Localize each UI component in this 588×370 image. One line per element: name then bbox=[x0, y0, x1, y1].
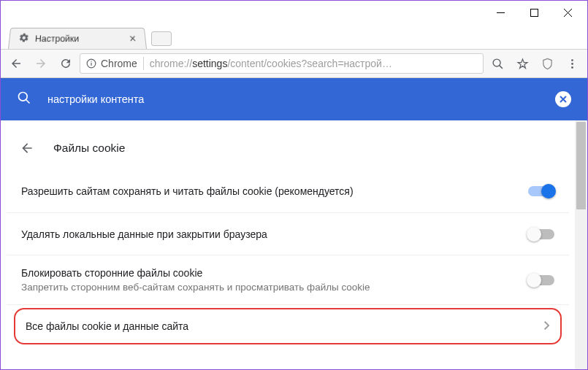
more-vert-icon bbox=[566, 58, 579, 70]
setting-label: Разрешить сайтам сохранять и читать файл… bbox=[21, 185, 528, 197]
url-text: chrome://settings/content/cookies?search… bbox=[150, 58, 392, 69]
svg-line-8 bbox=[499, 65, 502, 68]
setting-label: Блокировать сторонние файлы cookie bbox=[21, 267, 528, 279]
address-bar[interactable]: Chrome chrome://settings/content/cookies… bbox=[80, 53, 484, 74]
arrow-left-icon bbox=[9, 57, 23, 70]
site-info-button[interactable] bbox=[86, 58, 96, 69]
tab-title: Настройки bbox=[35, 34, 80, 44]
arrow-right-icon bbox=[34, 57, 47, 70]
svg-point-12 bbox=[19, 93, 28, 101]
menu-button[interactable] bbox=[561, 53, 583, 74]
window-minimize-button[interactable] bbox=[484, 1, 517, 23]
svg-point-11 bbox=[571, 66, 573, 69]
nav-reload-button[interactable] bbox=[55, 53, 77, 74]
page-title: Файлы cookie bbox=[53, 142, 125, 155]
new-tab-button[interactable] bbox=[151, 31, 172, 46]
toggle-delete-on-close[interactable] bbox=[528, 229, 554, 239]
reload-icon bbox=[59, 57, 72, 70]
clear-search-button[interactable] bbox=[555, 91, 571, 107]
search-query-text[interactable]: настройки контента bbox=[47, 93, 555, 105]
vertical-scrollbar[interactable] bbox=[575, 120, 587, 370]
toggle-block-third-party[interactable] bbox=[528, 275, 554, 285]
nav-forward-button[interactable] bbox=[30, 53, 52, 74]
arrow-left-icon bbox=[20, 141, 34, 155]
setting-delete-on-close: Удалять локальные данные при закрытии бр… bbox=[7, 212, 569, 255]
omnibox-divider bbox=[143, 57, 144, 70]
svg-point-9 bbox=[571, 59, 573, 61]
page-header: Файлы cookie bbox=[7, 120, 569, 170]
gear-icon bbox=[18, 32, 30, 45]
window-maximize-button[interactable] bbox=[517, 1, 551, 23]
setting-label: Удалять локальные данные при закрытии бр… bbox=[21, 228, 528, 240]
svg-point-7 bbox=[493, 59, 500, 66]
tab-close-button[interactable]: × bbox=[129, 32, 137, 45]
svg-line-13 bbox=[26, 100, 30, 104]
search-icon bbox=[17, 90, 31, 108]
star-icon bbox=[516, 58, 529, 70]
svg-point-10 bbox=[571, 63, 573, 65]
all-cookies-link[interactable]: Все файлы cookie и данные сайта bbox=[14, 308, 562, 344]
close-icon bbox=[564, 9, 572, 17]
back-button[interactable] bbox=[15, 136, 39, 160]
svg-rect-5 bbox=[91, 63, 91, 66]
toggle-allow-cookies[interactable] bbox=[528, 186, 554, 196]
bookmark-button[interactable] bbox=[511, 53, 533, 74]
tab-strip: Настройки × bbox=[1, 24, 587, 49]
toolbar: Chrome chrome://settings/content/cookies… bbox=[1, 49, 587, 78]
setting-block-third-party: Блокировать сторонние файлы cookie Запре… bbox=[7, 255, 569, 304]
scrollbar-thumb[interactable] bbox=[576, 122, 586, 209]
maximize-icon bbox=[530, 9, 538, 17]
minimize-icon bbox=[497, 9, 505, 17]
svg-rect-1 bbox=[530, 9, 538, 16]
secure-label: Chrome bbox=[101, 58, 137, 69]
window-close-button[interactable] bbox=[551, 1, 584, 23]
settings-content: Файлы cookie Разрешить сайтам сохранять … bbox=[1, 120, 575, 370]
link-label: Все файлы cookie и данные сайта bbox=[26, 320, 544, 332]
window-titlebar bbox=[1, 1, 587, 24]
setting-allow-cookies: Разрешить сайтам сохранять и читать файл… bbox=[7, 170, 569, 212]
setting-sublabel: Запретить сторонним веб-сайтам сохранять… bbox=[21, 282, 528, 293]
settings-search-bar: настройки контента bbox=[1, 78, 587, 120]
shield-icon bbox=[541, 58, 554, 70]
tab-settings[interactable]: Настройки × bbox=[8, 28, 147, 49]
magnify-icon bbox=[492, 58, 504, 70]
info-icon bbox=[86, 58, 96, 69]
close-icon bbox=[560, 96, 567, 103]
zoom-button[interactable] bbox=[486, 53, 508, 74]
extension-shield-button[interactable] bbox=[536, 53, 558, 74]
svg-rect-6 bbox=[91, 61, 91, 62]
nav-back-button[interactable] bbox=[5, 53, 27, 74]
chevron-right-icon bbox=[544, 320, 550, 333]
